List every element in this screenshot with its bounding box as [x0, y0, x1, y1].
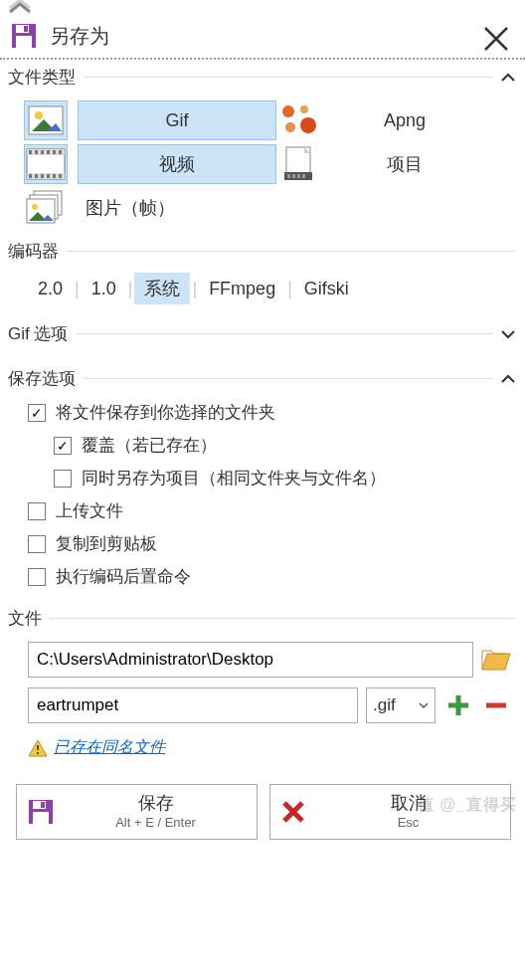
svg-rect-30: [287, 174, 290, 178]
svg-marker-40: [482, 654, 510, 670]
chevron-up-icon: [501, 73, 515, 83]
filetype-image-icon[interactable]: [24, 188, 68, 228]
checkbox-copy-clipboard[interactable]: [28, 535, 46, 553]
path-input[interactable]: [28, 642, 473, 678]
save-icon: [10, 22, 38, 50]
label-post-encode-cmd: 执行编码后置命令: [56, 565, 191, 588]
encoder-1.0[interactable]: 1.0: [82, 275, 126, 303]
add-button[interactable]: [443, 691, 473, 719]
svg-rect-16: [35, 150, 38, 154]
svg-point-9: [300, 105, 308, 113]
save-button[interactable]: 保存 Alt + E / Enter: [16, 784, 258, 840]
filetype-project-icon[interactable]: [276, 144, 320, 184]
checkbox-also-save-project[interactable]: [54, 470, 72, 488]
cancel-icon: [280, 799, 306, 825]
chevron-down-icon: [501, 329, 515, 339]
checkbox-overwrite[interactable]: ✓: [54, 437, 72, 455]
close-button[interactable]: [481, 24, 511, 54]
encoder-2.0[interactable]: 2.0: [28, 275, 73, 303]
section-save-options[interactable]: 保存选项: [0, 361, 525, 396]
svg-rect-46: [41, 802, 45, 808]
filename-input[interactable]: [28, 687, 358, 723]
label-also-save-project: 同时另存为项目（相同文件夹与文件名）: [82, 467, 386, 490]
checkbox-save-to-folder[interactable]: ✓: [28, 404, 46, 422]
svg-point-8: [282, 105, 294, 117]
browse-folder-button[interactable]: [481, 646, 511, 674]
chevron-down-icon: [419, 701, 429, 709]
svg-rect-18: [47, 150, 50, 154]
encoder-ffmpeg[interactable]: FFmpeg: [199, 275, 285, 303]
filetype-project[interactable]: 项目: [330, 144, 479, 184]
cancel-button[interactable]: 取消 Esc: [269, 784, 511, 840]
label-upload: 上传文件: [56, 499, 123, 522]
svg-rect-32: [297, 174, 300, 178]
filetype-gif-icon[interactable]: [24, 100, 68, 140]
chevron-up-icon: [501, 374, 515, 384]
svg-point-5: [35, 111, 43, 119]
section-gif-options[interactable]: Gif 选项: [0, 316, 525, 351]
svg-rect-24: [47, 174, 50, 178]
svg-rect-26: [59, 174, 62, 178]
filetype-image-frames[interactable]: 图片（帧）: [78, 188, 479, 228]
title-bar: 另存为: [0, 14, 525, 60]
warning-icon: [28, 739, 48, 757]
section-filetype[interactable]: 文件类型: [0, 60, 525, 95]
svg-rect-43: [37, 752, 39, 754]
filetype-video[interactable]: 视频: [78, 144, 276, 184]
svg-rect-31: [292, 174, 295, 178]
filetype-apng[interactable]: Apng: [330, 100, 479, 140]
encoder-gifski[interactable]: Gifski: [294, 275, 359, 303]
label-copy-clipboard: 复制到剪贴板: [56, 532, 157, 555]
svg-point-10: [300, 117, 316, 133]
svg-point-37: [32, 204, 38, 210]
file-exists-warning[interactable]: 已存在同名文件: [54, 737, 165, 758]
svg-rect-17: [41, 150, 44, 154]
title-text: 另存为: [50, 23, 109, 50]
label-save-to-folder: 将文件保存到你选择的文件夹: [56, 401, 275, 424]
svg-rect-47: [33, 812, 49, 824]
svg-rect-23: [41, 174, 44, 178]
filetype-apng-icon[interactable]: [276, 100, 320, 140]
svg-point-11: [285, 122, 295, 132]
filetype-gif[interactable]: Gif: [78, 100, 276, 140]
svg-rect-19: [53, 150, 56, 154]
label-overwrite: 覆盖（若已存在）: [82, 434, 217, 457]
section-encoder: 编码器: [0, 230, 525, 269]
svg-rect-20: [59, 150, 62, 154]
svg-rect-25: [53, 174, 56, 178]
extension-select[interactable]: .gif: [366, 687, 436, 723]
remove-button[interactable]: [481, 691, 511, 719]
checkbox-post-encode-cmd[interactable]: [28, 568, 46, 586]
collapse-chevron[interactable]: [0, 0, 525, 14]
svg-rect-21: [29, 174, 32, 178]
svg-rect-15: [29, 150, 32, 154]
svg-rect-2: [24, 26, 28, 32]
save-icon: [27, 798, 55, 826]
checkbox-upload[interactable]: [28, 502, 46, 520]
filetype-video-icon[interactable]: [24, 144, 68, 184]
svg-rect-3: [16, 36, 32, 48]
svg-rect-33: [302, 174, 305, 178]
svg-rect-42: [37, 745, 39, 750]
section-file: 文件: [0, 593, 525, 636]
encoder-system[interactable]: 系统: [134, 273, 190, 304]
svg-rect-22: [35, 174, 38, 178]
